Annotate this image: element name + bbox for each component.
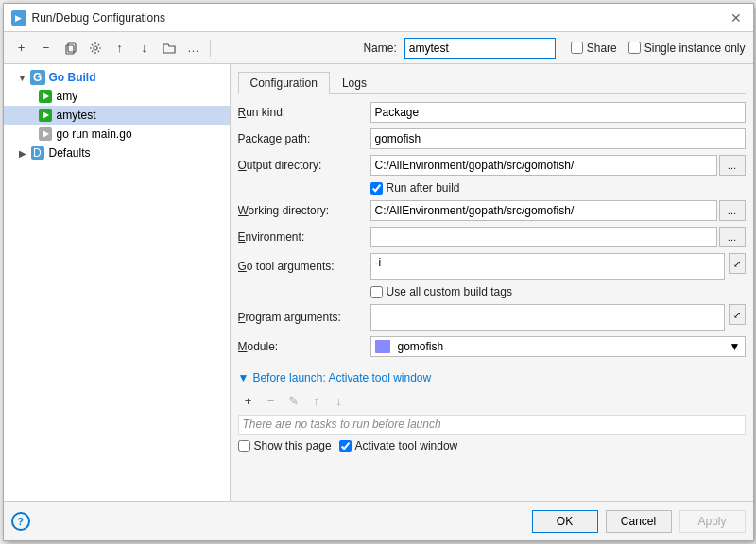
defaults-item[interactable]: ▶ D Defaults	[4, 144, 230, 162]
working-directory-input[interactable]	[370, 200, 717, 221]
amy-item[interactable]: amy	[4, 87, 230, 106]
tabs: Configuration Logs	[238, 72, 746, 94]
move-down-button[interactable]: ↓	[134, 38, 155, 59]
help-button[interactable]: ?	[11, 512, 30, 531]
before-launch-label: Before launch: Activate tool window	[252, 371, 431, 384]
svg-text:G: G	[33, 71, 42, 84]
amytest-icon	[38, 108, 53, 123]
footer: ? OK Cancel Apply	[4, 502, 753, 540]
package-path-control	[370, 128, 746, 149]
run-kind-select[interactable]: Package File Directory	[370, 102, 746, 123]
show-page-checkbox[interactable]	[238, 440, 250, 452]
working-directory-row: Working directory: …	[238, 200, 746, 221]
run-after-build-label[interactable]: Run after build	[370, 181, 460, 195]
tab-logs[interactable]: Logs	[330, 72, 379, 94]
dialog-title: Run/Debug Configurations	[32, 11, 165, 25]
run-kind-label: Run kind:	[238, 106, 370, 119]
folder-button[interactable]	[159, 38, 180, 59]
share-checkbox-label[interactable]: Share	[571, 42, 617, 55]
amy-icon	[38, 89, 53, 104]
cancel-button[interactable]: Cancel	[606, 510, 672, 533]
use-custom-tags-label[interactable]: Use all custom build tags	[370, 285, 512, 298]
environment-row: Environment: …	[238, 227, 746, 247]
go-tool-arguments-label: Go tool arguments:	[238, 260, 370, 273]
program-arguments-input[interactable]	[370, 304, 726, 331]
title-bar-left: ▶ Run/Debug Configurations	[11, 10, 165, 26]
defaults-label: Defaults	[49, 146, 91, 160]
amytest-item[interactable]: amytest	[4, 106, 230, 125]
module-value: gomofish	[398, 340, 726, 353]
launch-add-button[interactable]: +	[238, 390, 259, 411]
module-control: gomofish ▼	[370, 336, 746, 357]
run-kind-control: Package File Directory	[370, 102, 746, 123]
go-build-group[interactable]: ▼ G Go Build	[4, 68, 230, 87]
activate-tool-label[interactable]: Activate tool window	[339, 439, 458, 452]
working-directory-control: …	[370, 200, 746, 221]
bottom-row: Show this page Activate tool window	[238, 435, 746, 456]
svg-text:D: D	[33, 146, 42, 160]
environment-input[interactable]	[370, 227, 717, 247]
move-up-button[interactable]: ↑	[110, 38, 130, 59]
remove-config-button[interactable]: −	[36, 38, 57, 59]
activate-tool-checkbox[interactable]	[339, 440, 352, 452]
package-path-label: Package path:	[238, 132, 370, 145]
show-page-label[interactable]: Show this page	[238, 439, 332, 452]
copy-config-button[interactable]	[60, 38, 81, 59]
run-after-build-checkbox[interactable]	[370, 182, 383, 195]
use-custom-tags-row: Use all custom build tags	[238, 285, 746, 298]
main-toolbar: + − ↑ ↓ … Name: Share Single instance on…	[4, 32, 753, 64]
output-directory-label: Output directory:	[238, 159, 370, 172]
environment-control: …	[370, 227, 746, 247]
name-input[interactable]	[404, 38, 556, 59]
go-build-label: Go Build	[49, 71, 96, 84]
environment-browse[interactable]: …	[719, 227, 746, 247]
launch-remove-button[interactable]: −	[261, 390, 282, 411]
no-tasks-text: There are no tasks to run before launch	[243, 417, 441, 431]
tab-configuration[interactable]: Configuration	[238, 72, 330, 94]
footer-left: ?	[11, 512, 30, 531]
share-checkbox[interactable]	[571, 42, 583, 54]
output-directory-row: Output directory: …	[238, 155, 746, 176]
working-directory-browse[interactable]: …	[719, 200, 746, 221]
module-label: Module:	[238, 340, 370, 353]
launch-down-button[interactable]: ↓	[329, 390, 350, 411]
package-path-row: Package path:	[238, 128, 746, 149]
settings-config-button[interactable]	[85, 38, 106, 59]
right-panel: Configuration Logs Run kind: Package Fil…	[231, 64, 753, 502]
working-directory-label: Working directory:	[238, 204, 370, 217]
apply-button[interactable]: Apply	[679, 510, 746, 533]
run-kind-row: Run kind: Package File Directory	[238, 102, 746, 123]
package-path-input[interactable]	[370, 128, 746, 149]
left-panel: ▼ G Go Build amy amytest	[4, 64, 231, 502]
before-launch-header[interactable]: ▼ Before launch: Activate tool window	[238, 371, 746, 384]
program-arguments-label: Program arguments:	[238, 311, 370, 324]
close-button[interactable]: ✕	[727, 8, 746, 27]
single-instance-checkbox[interactable]	[628, 42, 641, 54]
before-launch-arrow: ▼	[238, 371, 249, 384]
content-area: ▼ G Go Build amy amytest	[4, 64, 753, 502]
module-dropdown-arrow: ▼	[730, 340, 741, 353]
single-instance-checkbox-label[interactable]: Single instance only	[628, 42, 746, 55]
defaults-icon: D	[30, 145, 45, 161]
more-button[interactable]: …	[183, 38, 204, 59]
go-build-icon: G	[30, 70, 45, 85]
ok-button[interactable]: OK	[532, 510, 598, 533]
svg-rect-1	[68, 43, 76, 52]
add-config-button[interactable]: +	[11, 38, 32, 59]
module-row: Module: gomofish ▼	[238, 336, 746, 357]
defaults-arrow: ▶	[15, 148, 30, 159]
amy-label: amy	[57, 90, 78, 103]
launch-up-button[interactable]: ↑	[306, 390, 327, 411]
output-directory-browse[interactable]: …	[719, 155, 746, 176]
launch-edit-button[interactable]: ✎	[284, 390, 304, 411]
program-arguments-expand[interactable]: ⤢	[729, 304, 745, 325]
run-after-build-row: Run after build	[238, 181, 746, 195]
program-arguments-row: Program arguments: ⤢	[238, 304, 746, 331]
go-tool-arguments-input[interactable]: -i	[370, 253, 726, 280]
use-custom-tags-checkbox[interactable]	[370, 286, 383, 298]
launch-list: There are no tasks to run before launch	[238, 415, 746, 435]
go-tool-arguments-expand[interactable]: ⤢	[729, 253, 745, 274]
output-directory-input[interactable]	[370, 155, 717, 176]
launch-toolbar: + − ✎ ↑ ↓	[238, 390, 746, 411]
go-run-item[interactable]: go run main.go	[4, 125, 230, 144]
